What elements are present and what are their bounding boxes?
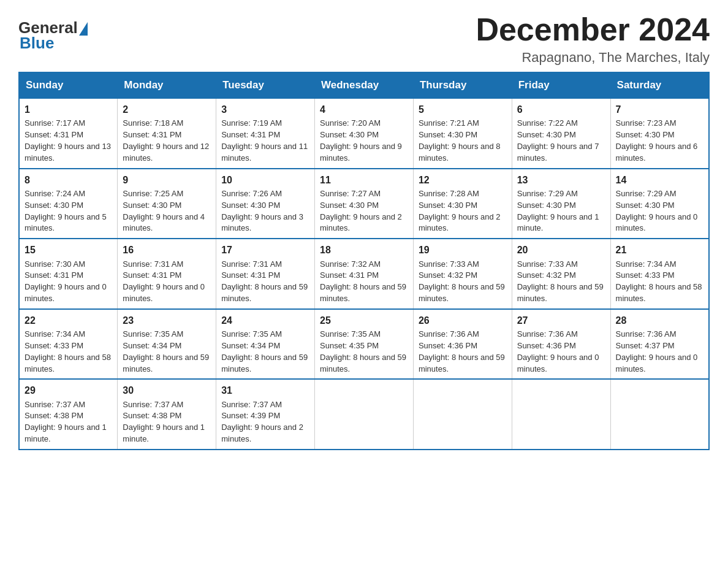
- calendar-cell: 16Sunrise: 7:31 AMSunset: 4:31 PMDayligh…: [118, 239, 216, 309]
- day-number: 25: [320, 313, 408, 327]
- calendar-cell: 21Sunrise: 7:34 AMSunset: 4:33 PMDayligh…: [610, 239, 709, 309]
- day-info: Sunrise: 7:26 AMSunset: 4:30 PMDaylight:…: [221, 189, 303, 233]
- day-number: 3: [221, 102, 309, 117]
- day-info: Sunrise: 7:28 AMSunset: 4:30 PMDaylight:…: [419, 189, 501, 233]
- day-number: 2: [123, 102, 211, 117]
- logo-blue-text: Blue: [20, 34, 54, 53]
- day-number: 13: [517, 173, 605, 187]
- calendar-cell: 24Sunrise: 7:35 AMSunset: 4:34 PMDayligh…: [216, 309, 315, 380]
- day-info: Sunrise: 7:33 AMSunset: 4:32 PMDaylight:…: [517, 259, 604, 304]
- calendar-cell: 27Sunrise: 7:36 AMSunset: 4:36 PMDayligh…: [512, 309, 610, 380]
- day-info: Sunrise: 7:33 AMSunset: 4:32 PMDaylight:…: [419, 259, 505, 304]
- calendar-cell: 1Sunrise: 7:17 AMSunset: 4:31 PMDaylight…: [19, 98, 118, 169]
- day-info: Sunrise: 7:22 AMSunset: 4:30 PMDaylight:…: [517, 118, 599, 163]
- calendar-cell: 8Sunrise: 7:24 AMSunset: 4:30 PMDaylight…: [19, 169, 118, 239]
- day-number: 19: [419, 243, 507, 257]
- day-number: 29: [25, 383, 112, 397]
- day-info: Sunrise: 7:35 AMSunset: 4:34 PMDaylight:…: [123, 329, 209, 373]
- calendar-cell: 7Sunrise: 7:23 AMSunset: 4:30 PMDaylight…: [610, 98, 709, 169]
- day-number: 23: [123, 313, 211, 327]
- calendar-cell: 10Sunrise: 7:26 AMSunset: 4:30 PMDayligh…: [216, 169, 315, 239]
- day-info: Sunrise: 7:30 AMSunset: 4:31 PMDaylight:…: [25, 259, 107, 304]
- day-info: Sunrise: 7:29 AMSunset: 4:30 PMDaylight:…: [616, 189, 698, 233]
- calendar-cell: 17Sunrise: 7:31 AMSunset: 4:31 PMDayligh…: [216, 239, 315, 309]
- calendar-cell: 30Sunrise: 7:37 AMSunset: 4:38 PMDayligh…: [118, 379, 216, 450]
- day-info: Sunrise: 7:36 AMSunset: 4:36 PMDaylight:…: [517, 329, 599, 373]
- day-info: Sunrise: 7:24 AMSunset: 4:30 PMDaylight:…: [25, 189, 107, 233]
- day-info: Sunrise: 7:37 AMSunset: 4:38 PMDaylight:…: [25, 400, 107, 444]
- day-number: 9: [123, 173, 211, 187]
- calendar-cell: 28Sunrise: 7:36 AMSunset: 4:37 PMDayligh…: [610, 309, 709, 380]
- week-row-1: 1Sunrise: 7:17 AMSunset: 4:31 PMDaylight…: [19, 98, 709, 169]
- day-number: 21: [616, 243, 703, 257]
- day-number: 18: [320, 243, 408, 257]
- calendar-cell: [315, 379, 414, 450]
- day-info: Sunrise: 7:31 AMSunset: 4:31 PMDaylight:…: [123, 259, 205, 304]
- day-number: 15: [25, 243, 112, 257]
- calendar-cell: 5Sunrise: 7:21 AMSunset: 4:30 PMDaylight…: [413, 98, 512, 169]
- day-info: Sunrise: 7:20 AMSunset: 4:30 PMDaylight:…: [320, 118, 402, 163]
- day-number: 4: [320, 102, 408, 117]
- page-header: General Blue December 2024 Rapagnano, Th…: [18, 12, 710, 66]
- day-info: Sunrise: 7:19 AMSunset: 4:31 PMDaylight:…: [221, 118, 308, 163]
- day-info: Sunrise: 7:34 AMSunset: 4:33 PMDaylight:…: [25, 329, 111, 373]
- day-number: 22: [25, 313, 112, 327]
- day-header-monday: Monday: [118, 72, 216, 98]
- day-info: Sunrise: 7:31 AMSunset: 4:31 PMDaylight:…: [221, 259, 308, 304]
- day-info: Sunrise: 7:27 AMSunset: 4:30 PMDaylight:…: [320, 189, 402, 233]
- calendar-cell: 2Sunrise: 7:18 AMSunset: 4:31 PMDaylight…: [118, 98, 216, 169]
- day-info: Sunrise: 7:35 AMSunset: 4:35 PMDaylight:…: [320, 329, 406, 373]
- logo-triangle-icon: [79, 22, 88, 36]
- calendar-cell: 3Sunrise: 7:19 AMSunset: 4:31 PMDaylight…: [216, 98, 315, 169]
- day-number: 12: [419, 173, 507, 187]
- day-number: 14: [616, 173, 703, 187]
- day-info: Sunrise: 7:32 AMSunset: 4:31 PMDaylight:…: [320, 259, 406, 304]
- calendar-cell: 4Sunrise: 7:20 AMSunset: 4:30 PMDaylight…: [315, 98, 414, 169]
- calendar-cell: [413, 379, 512, 450]
- day-info: Sunrise: 7:34 AMSunset: 4:33 PMDaylight:…: [616, 259, 702, 304]
- day-number: 6: [517, 102, 605, 117]
- calendar-cell: 11Sunrise: 7:27 AMSunset: 4:30 PMDayligh…: [315, 169, 414, 239]
- title-area: December 2024 Rapagnano, The Marches, It…: [476, 12, 710, 66]
- week-row-5: 29Sunrise: 7:37 AMSunset: 4:38 PMDayligh…: [19, 379, 709, 450]
- day-number: 27: [517, 313, 605, 327]
- week-row-4: 22Sunrise: 7:34 AMSunset: 4:33 PMDayligh…: [19, 309, 709, 380]
- day-number: 30: [123, 383, 211, 397]
- day-number: 31: [221, 383, 309, 397]
- calendar-cell: 22Sunrise: 7:34 AMSunset: 4:33 PMDayligh…: [19, 309, 118, 380]
- day-number: 17: [221, 243, 309, 257]
- day-info: Sunrise: 7:37 AMSunset: 4:38 PMDaylight:…: [123, 400, 205, 444]
- calendar-cell: 6Sunrise: 7:22 AMSunset: 4:30 PMDaylight…: [512, 98, 610, 169]
- day-number: 8: [25, 173, 112, 187]
- day-number: 7: [616, 102, 703, 117]
- week-row-3: 15Sunrise: 7:30 AMSunset: 4:31 PMDayligh…: [19, 239, 709, 309]
- calendar-cell: 26Sunrise: 7:36 AMSunset: 4:36 PMDayligh…: [413, 309, 512, 380]
- day-info: Sunrise: 7:37 AMSunset: 4:39 PMDaylight:…: [221, 400, 303, 444]
- day-header-sunday: Sunday: [19, 72, 118, 98]
- calendar-cell: 20Sunrise: 7:33 AMSunset: 4:32 PMDayligh…: [512, 239, 610, 309]
- calendar-cell: 25Sunrise: 7:35 AMSunset: 4:35 PMDayligh…: [315, 309, 414, 380]
- day-header-friday: Friday: [512, 72, 610, 98]
- week-row-2: 8Sunrise: 7:24 AMSunset: 4:30 PMDaylight…: [19, 169, 709, 239]
- day-number: 1: [25, 102, 112, 117]
- day-number: 16: [123, 243, 211, 257]
- day-info: Sunrise: 7:17 AMSunset: 4:31 PMDaylight:…: [25, 118, 111, 163]
- calendar-cell: 19Sunrise: 7:33 AMSunset: 4:32 PMDayligh…: [413, 239, 512, 309]
- calendar-table: SundayMondayTuesdayWednesdayThursdayFrid…: [18, 72, 710, 450]
- day-header-thursday: Thursday: [413, 72, 512, 98]
- day-info: Sunrise: 7:36 AMSunset: 4:37 PMDaylight:…: [616, 329, 698, 373]
- calendar-cell: [610, 379, 709, 450]
- location-subtitle: Rapagnano, The Marches, Italy: [476, 50, 710, 66]
- logo: General Blue: [18, 18, 88, 53]
- calendar-header-row: SundayMondayTuesdayWednesdayThursdayFrid…: [19, 72, 709, 98]
- day-number: 10: [221, 173, 309, 187]
- day-info: Sunrise: 7:35 AMSunset: 4:34 PMDaylight:…: [221, 329, 308, 373]
- day-info: Sunrise: 7:23 AMSunset: 4:30 PMDaylight:…: [616, 118, 698, 163]
- calendar-cell: 18Sunrise: 7:32 AMSunset: 4:31 PMDayligh…: [315, 239, 414, 309]
- calendar-cell: 13Sunrise: 7:29 AMSunset: 4:30 PMDayligh…: [512, 169, 610, 239]
- day-number: 20: [517, 243, 605, 257]
- day-info: Sunrise: 7:29 AMSunset: 4:30 PMDaylight:…: [517, 189, 599, 233]
- calendar-cell: 23Sunrise: 7:35 AMSunset: 4:34 PMDayligh…: [118, 309, 216, 380]
- calendar-cell: 14Sunrise: 7:29 AMSunset: 4:30 PMDayligh…: [610, 169, 709, 239]
- day-header-wednesday: Wednesday: [315, 72, 414, 98]
